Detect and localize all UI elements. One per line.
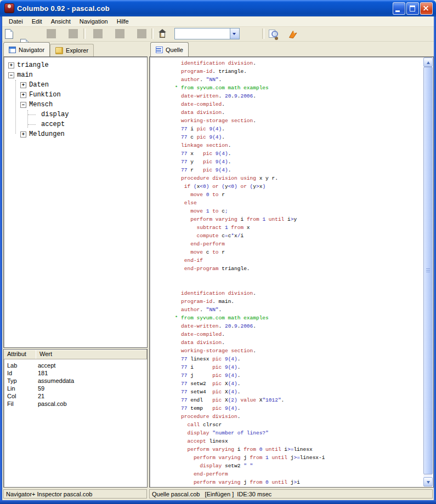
code-line[interactable]: program-id. triangle. [172,67,424,76]
code-line[interactable]: program-id. main. [172,297,424,306]
code-line[interactable]: display "number of lines?" [172,429,424,437]
code-line[interactable]: move 1 to c; [172,207,424,215]
attribute-row[interactable]: Lin59 [4,385,147,392]
code-line[interactable]: author. "NN". [172,306,424,314]
code-line[interactable]: date-written. 20.9.2006. [172,92,424,100]
code-line[interactable]: data division. [172,339,424,347]
code-line[interactable]: else [172,199,424,207]
code-line[interactable]: end-perform [172,240,424,248]
tab-quelle[interactable]: Quelle [150,42,189,56]
tab-navigator[interactable]: Navigator [3,42,50,56]
code-line[interactable]: * from syvum.com math examples [172,84,424,92]
code-line[interactable]: 77 x pic 9(4). [172,150,424,158]
tree-label: accept [41,121,65,128]
code-line[interactable]: 77 setw2 pic X(4). [172,380,424,388]
title-bar[interactable]: Columbo 0.92 - pascal.cob [0,0,436,16]
code-line[interactable]: move c to r [172,248,424,256]
expand-icon[interactable]: + [20,82,26,88]
source-code[interactable]: identification division. program-id. tri… [150,57,424,487]
menu-item-ansicht[interactable]: Ansicht [47,17,75,26]
collapse-icon[interactable]: − [20,102,26,108]
home-icon[interactable] [158,29,167,37]
code-line[interactable]: call clrscr [172,421,424,429]
tree-item-funktion[interactable]: +Funktion [4,90,147,100]
tab-explorer[interactable]: Explorer [50,44,94,56]
attribute-row[interactable]: Filpascal.cob [4,400,147,408]
tree-item-daten[interactable]: +Daten [4,80,147,90]
code-line[interactable]: identification division. [172,289,424,297]
tree-item-meldungen[interactable]: +Meldungen [4,129,147,139]
code-line[interactable]: 77 r pic 9(4). [172,166,424,174]
code-line[interactable]: linkage section. [172,141,424,150]
code-line[interactable]: 77 i pic 9(4). [172,125,424,133]
code-line[interactable]: procedure division using x y r. [172,174,424,182]
menu-item-datei[interactable]: Datei [4,17,27,26]
code-line[interactable]: procedure division. [172,413,424,421]
code-line[interactable]: perform varying j from 1 until j>=linesx… [172,454,424,462]
code-line[interactable]: move 0 to r [172,191,424,199]
tree-item-main[interactable]: −main [4,70,147,80]
code-line[interactable]: 77 c pic 9(4). [172,133,424,141]
code-line[interactable]: 77 y pic 9(4). [172,158,424,166]
code-line[interactable]: end-perform [172,470,424,478]
code-line[interactable]: 77 temp pic 9(4). [172,404,424,413]
code-line[interactable]: date-written. 20.9.2006. [172,322,424,330]
code-line[interactable]: perform varying j from 0 until j>i [172,478,424,486]
code-line[interactable]: * from syvum.com math examples [172,314,424,322]
code-line[interactable]: 77 i pic 9(4). [172,363,424,371]
code-line[interactable]: end-program triangle. [172,265,424,273]
scroll-down-icon[interactable] [423,477,433,486]
tree-item-accept[interactable]: accept [4,119,147,129]
collapse-icon[interactable]: − [8,72,14,78]
close-button[interactable] [420,2,433,15]
attribute-row[interactable]: Id181 [4,369,147,377]
new-document-icon[interactable] [5,29,13,39]
vertical-scrollbar[interactable] [423,58,433,486]
code-line[interactable]: accept linesx [172,437,424,445]
attribute-row[interactable]: Labaccept [4,362,147,369]
code-line[interactable]: data division. [172,108,424,117]
expand-icon[interactable]: + [20,92,26,98]
combobox-value[interactable] [175,28,230,39]
code-line[interactable]: 77 linesx pic 9(4). [172,355,424,363]
code-line[interactable]: end-if [172,256,424,265]
code-line[interactable]: author. "NN". [172,76,424,84]
tree-item-mensch[interactable]: −Mensch [4,100,147,110]
jump-hand-icon[interactable] [288,29,298,39]
code-line[interactable]: 77 j pic 9(4). [172,371,424,380]
attribute-row[interactable]: Typassumeddata [4,377,147,385]
code-line[interactable]: working-storage section. [172,347,424,355]
expand-icon[interactable]: + [8,62,14,68]
code-line[interactable]: working-storage section. [172,117,424,125]
code-line[interactable]: perform varying i from 0 until i>=linesx [172,445,424,454]
menu-item-edit[interactable]: Edit [27,17,47,26]
inspector-column-attribut[interactable]: Attribut [4,350,36,359]
menu-item-navigation[interactable]: Navigation [75,17,112,26]
attribute-row[interactable]: Col21 [4,392,147,400]
code-line[interactable]: date-compiled. [172,100,424,108]
navigation-combobox[interactable] [174,28,240,39]
scroll-up-icon[interactable] [423,58,433,67]
menu-item-hilfe[interactable]: Hilfe [112,17,133,26]
maximize-button[interactable] [406,2,419,15]
scrollbar-thumb[interactable] [423,67,433,474]
tree-item-display[interactable]: display [4,110,147,119]
code-line[interactable]: identification division. [172,59,424,67]
search-preview-icon[interactable] [269,29,279,38]
status-right: Quelle pascal.cob [Einfügen ] IDE:30 mse… [149,489,433,499]
code-line[interactable]: subtract 1 from x [172,224,424,232]
expand-icon[interactable]: + [20,131,26,138]
combobox-dropdown-icon[interactable] [230,28,239,39]
code-line[interactable]: perform varying i from 1 until i>y [172,215,424,224]
code-line[interactable] [172,281,424,289]
code-line[interactable]: 77 setw4 pic X(4). [172,388,424,396]
code-line[interactable]: display setw2 " " [172,462,424,470]
code-line[interactable]: 77 endl pic X(2) value X"1012". [172,396,424,404]
tree-item-triangle[interactable]: +triangle [4,60,147,70]
code-line[interactable]: compute c=c*x/i [172,232,424,240]
code-line[interactable]: if (x<0) or (y<0) or (y>x) [172,182,424,191]
code-line[interactable]: date-compiled. [172,330,424,339]
inspector-column-wert[interactable]: Wert [36,350,147,359]
code-line[interactable] [172,273,424,281]
minimize-button[interactable] [393,2,405,15]
